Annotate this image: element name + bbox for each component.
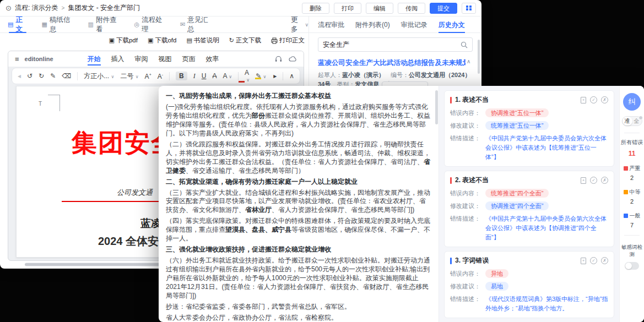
document-scrollbar[interactable]	[435, 90, 438, 124]
tab-attachment-list[interactable]: 附件列表(0)	[355, 17, 390, 33]
submit-button[interactable]: 提交	[430, 3, 457, 14]
download-icon: ▣	[148, 37, 153, 43]
history-search-box[interactable]	[318, 37, 473, 52]
headset-icon[interactable]	[275, 56, 282, 63]
print-body-link[interactable]: 打印正文	[271, 36, 305, 45]
vertical-scrollbar[interactable]	[478, 40, 480, 74]
page-subtitle: 公司发文通	[117, 188, 153, 198]
format-painter-icon[interactable]: ✎	[50, 73, 56, 79]
legend-medium[interactable]: 中等 2	[624, 188, 641, 205]
undo-icon[interactable]: ↺	[27, 73, 33, 79]
document-paragraph: 一、巩固劳务输出成果，保障外出务工搬迁群众基本权益	[166, 92, 432, 101]
search-icon[interactable]	[461, 41, 468, 48]
chevron-up-icon[interactable]: ∧	[467, 58, 470, 64]
decrease-font-button[interactable]: A-	[158, 73, 163, 80]
print-button[interactable]: 打印	[334, 3, 361, 14]
suggestion-pill[interactable]: 易地	[485, 282, 508, 291]
bold-button[interactable]: B	[176, 72, 187, 80]
right-panel-tabs: 流程审批 附件列表(0) 审批记录 历史办文	[309, 17, 481, 33]
redo-icon[interactable]: ↻	[39, 73, 44, 79]
proofread-badge[interactable]: 纠	[623, 93, 641, 111]
document-action-links: ▣下载pdf ▣下载ofd ▤书签说明 ↻正文下载 打印正文	[6, 36, 305, 45]
document-paragraph: （六）外出务工和就近就业扶持政策。给予搬迁群众一次性求职创业补贴。对搬迁劳动力通…	[166, 256, 432, 301]
tab-history-docs[interactable]: 历史办文	[439, 17, 465, 33]
dismiss-icon[interactable]: ✗	[601, 257, 608, 264]
locate-in-doc-icon[interactable]: +	[581, 177, 586, 184]
search-input[interactable]	[323, 41, 461, 48]
tab-attachments[interactable]: ▥ 附件查看	[88, 17, 120, 33]
toolbar-more-icon[interactable]: ▸	[273, 73, 277, 79]
collapse-toolbar-icon[interactable]: ∧	[289, 73, 294, 79]
accept-icon[interactable]: ✓	[590, 177, 597, 184]
circulate-button[interactable]: 传阅	[398, 3, 425, 14]
font-color-button[interactable]: A ∨	[245, 69, 250, 83]
menu-review[interactable]: 审阅	[135, 51, 148, 67]
menu-start[interactable]: 开始	[88, 51, 101, 67]
tab-process[interactable]: ◎ 流程处理	[134, 17, 166, 33]
suggestion-pill[interactable]: 协调推进“四个全面”	[485, 201, 549, 210]
mode-accurate[interactable]: 准	[623, 117, 632, 125]
breadcrumb-prefix[interactable]: 流程: 演示分类	[15, 3, 58, 13]
font-name-select[interactable]: 方正小... ∨	[84, 73, 114, 79]
accept-icon[interactable]: ✓	[590, 257, 597, 264]
locate-in-doc-icon[interactable]: +	[581, 258, 586, 264]
download-pdf-link[interactable]: ▣下载pdf	[109, 36, 138, 45]
menu-insert[interactable]: 插入	[111, 51, 125, 67]
error-card-title: 3. 字词错误	[455, 256, 489, 265]
error-card[interactable]: 3. 字词错误+✓✗错误内容：异地修改建议：易地错情描述：《现代汉语规范词典》第…	[444, 251, 614, 318]
sensitive-words-toggle[interactable]	[625, 262, 639, 270]
tab-draft-info[interactable]: ▦ 稿纸信息	[42, 17, 74, 33]
hamburger-menu-icon[interactable]: ≡	[15, 55, 19, 63]
tab-more[interactable]: 更多 ∨	[291, 17, 309, 33]
screenshot-stage: ⊙ 流程: 演示分类 > 集团发文 - 安全生产部门 删除 打印 编辑 传阅 提…	[0, 0, 644, 322]
menu-efficiency[interactable]: 效率	[206, 51, 219, 67]
editor-toolbar: ◂ ↺ ↻ ✎ ⌫ 方正小... ∨ 二号 ∨ A+ A- B I U A A …	[12, 68, 300, 84]
accept-icon[interactable]: ✓	[590, 96, 597, 103]
document-paragraph: （四）落实兜底保障政策。对搬迁群众中的特殊困难群体，符合政策规定的要及时纳入兜底…	[166, 217, 432, 243]
increase-font-button[interactable]: A+	[145, 73, 151, 80]
flagged-text[interactable]: 部份	[252, 112, 265, 119]
medium-color-swatch	[624, 190, 628, 194]
edit-button[interactable]: 编辑	[366, 3, 393, 14]
severity-bar	[450, 97, 452, 103]
flagged-text[interactable]: 省林业厅	[245, 206, 272, 214]
flagged-text[interactable]: 望漠县、盘县、威宁县	[225, 226, 291, 233]
mode-all[interactable]: 全	[632, 117, 641, 125]
tab-process-approval[interactable]: 流程审批	[318, 17, 344, 33]
locate-in-doc-icon[interactable]: +	[581, 97, 586, 103]
mode-toggle[interactable]: 准 全	[622, 116, 642, 126]
menu-page[interactable]: 页面	[182, 51, 196, 67]
dismiss-icon[interactable]: ✗	[601, 177, 608, 184]
header-actions: 删除 打印 编辑 传阅 提交	[302, 3, 476, 14]
tab-opinions[interactable]: ✉ 意见汇总	[180, 17, 212, 33]
history-doc-title[interactable]: 蓝凌公司安全生产大比武活动总结报告及未来规划	[318, 58, 466, 68]
suggestion-pill[interactable]: 统筹推进“五位一体”	[485, 121, 549, 130]
menu-view[interactable]: 视图	[159, 51, 172, 67]
text-style-select[interactable]: A ∨	[223, 73, 232, 79]
download-ofd-link[interactable]: ▣下载ofd	[148, 36, 176, 45]
tab-approval-records[interactable]: 审批记录	[401, 17, 427, 33]
draft-paper-icon: ▦	[42, 21, 47, 28]
highlight-button[interactable]: ✎ ∨	[256, 73, 266, 79]
delete-button[interactable]: 删除	[302, 3, 329, 14]
clear-format-icon[interactable]: ⌫	[62, 73, 71, 79]
legend-normal[interactable]: 一般 7	[624, 212, 641, 228]
legend-severe[interactable]: 严重 2	[624, 165, 641, 181]
dismiss-icon[interactable]: ✗	[601, 96, 608, 103]
apps-grid-button[interactable]	[462, 3, 476, 14]
body-download-link[interactable]: ↻正文下载	[229, 36, 261, 45]
error-card[interactable]: 2. 表述不当+✓✗错误内容：统筹推进“四个全面”修改建议：协调推进“四个全面”…	[444, 171, 614, 247]
proofread-document: 一、巩固劳务输出成果，保障外出务工搬迁群众基本权益(一)强化劳务输出组织化程度。…	[159, 86, 439, 322]
cloud-sync-icon[interactable]	[289, 56, 297, 62]
font-size-select[interactable]: 二号 ∨	[120, 73, 138, 79]
toolbar-back-icon[interactable]: ◂	[18, 73, 21, 79]
underline-button[interactable]: U	[202, 73, 207, 79]
bookmark-help-link[interactable]: ▤书签说明	[186, 36, 219, 45]
error-card[interactable]: 1. 表述不当+✓✗错误内容：协调推进“五位一体”修改建议：统筹推进“五位一体”…	[444, 90, 614, 167]
editor-brand: editonline	[25, 56, 53, 62]
tab-body-text[interactable]: ▤ 正文	[8, 17, 28, 33]
error-list-panel: 1. 表述不当+✓✗错误内容：协调推进“五位一体”修改建议：统筹推进“五位一体”…	[439, 86, 619, 322]
strikethrough-button[interactable]: A	[212, 73, 217, 79]
history-doc-item[interactable]: 蓝凌公司安全生产大比武活动总结报告及未来规划 ∧	[318, 58, 473, 68]
italic-button[interactable]: I	[193, 73, 196, 79]
